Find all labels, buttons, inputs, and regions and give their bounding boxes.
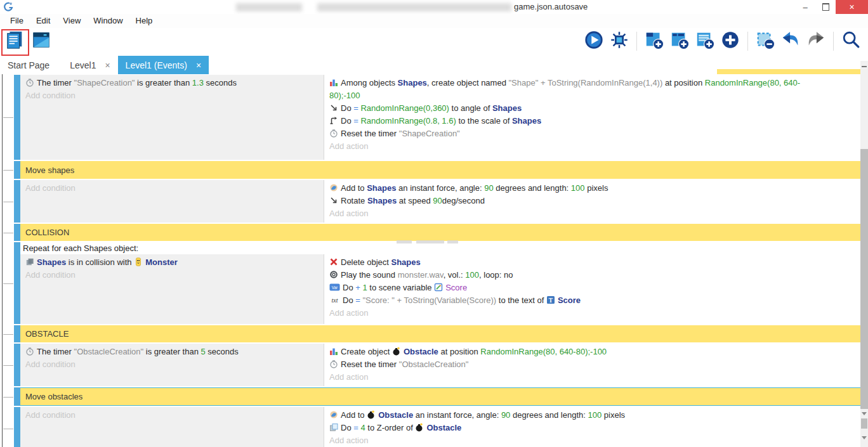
text-segment: RandomInRange(80, 640-80);-100 xyxy=(480,347,607,356)
text-segment: 1 xyxy=(362,283,367,292)
add-action-placeholder[interactable]: Add action xyxy=(329,140,855,153)
minimize-button[interactable]: – xyxy=(795,0,815,14)
actions-cell: Create object Obstacle at position Rando… xyxy=(324,344,860,386)
text-segment: is greater than xyxy=(143,347,201,356)
scroll-down-arrow-icon[interactable] xyxy=(862,412,867,415)
action-line[interactable]: Do = 4 to Z-order of Obstacle xyxy=(329,422,855,434)
event-selection-bar[interactable] xyxy=(14,325,20,342)
tab-level1[interactable]: Level1× xyxy=(62,56,117,74)
tab-start-page[interactable]: Start Page xyxy=(0,56,57,74)
scale-icon xyxy=(329,116,338,125)
search-button[interactable] xyxy=(840,30,862,52)
text-segment: pixels xyxy=(585,183,608,193)
text-segment: + xyxy=(355,283,360,292)
preview-play-button[interactable] xyxy=(583,30,605,52)
add-action-placeholder[interactable]: Add action xyxy=(329,371,855,384)
add-condition-placeholder[interactable]: Add condition xyxy=(25,358,319,371)
maximize-button[interactable] xyxy=(815,0,836,14)
action-line[interactable]: Reset the timer "ObstacleCreation" xyxy=(329,358,855,371)
text-segment: Do xyxy=(343,295,355,305)
add-event-button[interactable] xyxy=(643,30,665,52)
condition-line[interactable]: Shapes is in collision with Monster xyxy=(25,256,319,269)
text-segment: at speed xyxy=(397,196,433,205)
tab-close-icon[interactable]: × xyxy=(196,60,201,70)
text-segment: at position xyxy=(662,78,705,87)
scrollbar-mini-thumb[interactable] xyxy=(861,418,867,429)
action-line[interactable]: Among objects Shapes, create object name… xyxy=(329,77,855,102)
undo-button[interactable] xyxy=(780,30,801,52)
tab-level1-events-[interactable]: Level1 (Events)× xyxy=(118,56,209,74)
text-segment: seconds xyxy=(206,347,239,356)
bomb-object-icon xyxy=(415,423,424,432)
action-line[interactable]: txtDo = "Score: " + ToString(Variable(Sc… xyxy=(329,294,855,307)
add-action-placeholder[interactable]: Add action xyxy=(329,207,855,220)
event-selection-bar[interactable] xyxy=(14,344,20,386)
text-segment: The timer xyxy=(37,78,74,87)
maximize-icon xyxy=(822,3,829,11)
condition-line[interactable]: The timer "ShapeCreation" is greater tha… xyxy=(25,77,319,89)
foreach-header[interactable]: Repeat for each Shapes object: xyxy=(20,242,860,254)
text-segment: , vol.: xyxy=(444,270,466,280)
action-line[interactable]: Reset the timer "ShapeCreation" xyxy=(329,127,855,140)
add-action-placeholder[interactable]: Add action xyxy=(329,307,855,320)
add-sub-event-button[interactable] xyxy=(669,30,690,52)
event-selection-bar[interactable] xyxy=(14,224,20,241)
condition-line[interactable]: The timer "ObstacleCreation" is greater … xyxy=(25,346,319,358)
debug-button[interactable] xyxy=(608,30,630,52)
redo-button[interactable] xyxy=(805,30,827,52)
scroll-down-arrow-icon[interactable] xyxy=(862,436,867,439)
add-condition-placeholder[interactable]: Add condition xyxy=(25,269,319,282)
add-comment-button[interactable] xyxy=(694,30,716,52)
gutter-tick xyxy=(3,397,13,398)
scene-editor-button[interactable] xyxy=(30,30,52,52)
events-sheet: The timer "ShapeCreation" is greater tha… xyxy=(0,74,860,447)
delete-selection-button[interactable] xyxy=(754,30,776,52)
event-selection-bar[interactable] xyxy=(14,161,20,179)
panel-left-edge xyxy=(2,74,3,447)
action-line[interactable]: Do = RandomInRange(0,360) to angle of Sh… xyxy=(329,102,855,115)
comment-block[interactable]: Move shapes xyxy=(20,161,860,179)
event-selection-bar[interactable] xyxy=(14,180,20,223)
event-selection-bar[interactable] xyxy=(14,75,20,160)
add-condition-placeholder[interactable]: Add condition xyxy=(25,409,319,422)
menu-window[interactable]: Window xyxy=(87,14,129,28)
event-selection-bar[interactable] xyxy=(14,387,20,406)
add-condition-placeholder[interactable]: Add condition xyxy=(25,182,319,195)
text-segment: 90 xyxy=(501,410,510,420)
action-line[interactable]: Do = RandomInRange(0.8, 1.6) to the scal… xyxy=(329,115,855,127)
project-manager-button[interactable] xyxy=(4,30,25,52)
action-line[interactable]: Add to Obstacle an instant force, angle:… xyxy=(329,409,855,422)
menu-edit[interactable]: Edit xyxy=(30,14,56,28)
event-selection-bar[interactable] xyxy=(14,407,20,447)
debug-icon xyxy=(609,30,629,53)
event-selection-bar[interactable] xyxy=(14,242,20,324)
tab-close-icon[interactable]: × xyxy=(105,60,110,70)
object-reference: Score xyxy=(558,295,581,305)
scrollbar-thumb[interactable] xyxy=(860,149,868,409)
vertical-scrollbar[interactable] xyxy=(860,61,868,447)
close-button[interactable]: × xyxy=(836,0,868,14)
text-segment: Delete object xyxy=(341,257,391,267)
event-main: Repeat for each Shapes object:Shapes is … xyxy=(20,242,860,324)
menu-help[interactable]: Help xyxy=(129,14,159,28)
event-row: Repeat for each Shapes object:Shapes is … xyxy=(14,242,860,324)
action-line[interactable]: Delete object Shapes xyxy=(329,256,855,269)
comment-block[interactable]: Move obstacles xyxy=(20,387,860,406)
text-segment: 80);-100 xyxy=(329,91,360,100)
actions-cell: Among objects Shapes, create object name… xyxy=(324,75,860,160)
comment-block[interactable]: OBSTACLE xyxy=(20,325,860,342)
add-condition-placeholder[interactable]: Add condition xyxy=(25,89,319,102)
action-line[interactable]: Rotate Shapes at speed 90deg/second xyxy=(329,195,855,207)
menu-file[interactable]: File xyxy=(4,14,30,28)
action-line[interactable]: Create object Obstacle at position Rando… xyxy=(329,346,855,358)
action-line[interactable]: VarDo + 1 to scene variable Score xyxy=(329,282,855,294)
action-line[interactable]: Play the sound monster.wav, vol.: 100, l… xyxy=(329,269,855,282)
comment-block[interactable]: COLLISION xyxy=(20,224,860,241)
menu-view[interactable]: View xyxy=(56,14,87,28)
text-segment: Do xyxy=(341,423,353,432)
action-line[interactable]: Add to Shapes an instant force, angle: 9… xyxy=(329,182,855,195)
text-segment: to the text of xyxy=(496,295,546,305)
add-something-button[interactable] xyxy=(720,30,741,52)
add-action-placeholder[interactable]: Add action xyxy=(329,434,855,447)
event-comment-row: COLLISION xyxy=(14,224,860,241)
